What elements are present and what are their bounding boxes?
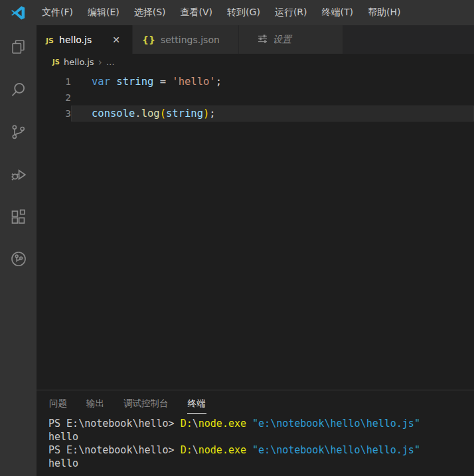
bottom-panel: 问题输出调试控制台终端 PS E:\notebook\hello> D:\nod… xyxy=(37,390,474,476)
code-token: = xyxy=(153,76,172,88)
breadcrumb-separator-icon: › xyxy=(98,56,102,68)
terminal-token: "e:\notebook\hello\hello.js" xyxy=(252,418,420,430)
activity-source-control[interactable] xyxy=(0,110,37,153)
terminal-token: node.exe xyxy=(198,418,246,430)
code-token: console xyxy=(92,108,135,119)
menu-item-terminal[interactable]: 终端(T) xyxy=(315,3,360,23)
line-number: 3 xyxy=(37,106,71,121)
menu-item-file[interactable]: 文件(F) xyxy=(35,3,80,23)
extensions-icon xyxy=(9,208,27,226)
code-token: ; xyxy=(209,108,215,119)
run-debug-icon xyxy=(9,165,28,183)
code-token: ) xyxy=(203,108,209,119)
tab-hello-js[interactable]: JShello.js✕ xyxy=(37,25,133,54)
terminal-token: hello xyxy=(48,457,78,469)
line-code[interactable]: var string = 'hello'; xyxy=(71,74,474,90)
json-braces-icon: {} xyxy=(142,35,155,45)
tab-settings-ui[interactable]: 设置 xyxy=(239,25,343,54)
terminal-token xyxy=(246,418,252,430)
close-icon[interactable]: ✕ xyxy=(110,33,123,46)
tab-icon xyxy=(258,34,268,46)
terminal-token: PS E:\notebook\hello> xyxy=(48,444,181,456)
line-code[interactable] xyxy=(71,90,474,106)
tab-settings-json[interactable]: {}settings.json xyxy=(133,25,239,54)
menu-item-selection[interactable]: 选择(S) xyxy=(127,3,173,23)
breadcrumb-file[interactable]: hello.js xyxy=(64,57,94,67)
code-line: 3console.log(string); xyxy=(37,106,474,121)
tab-label: hello.js xyxy=(59,35,92,45)
tab-bar: JShello.js✕{}settings.json设置 xyxy=(37,25,474,54)
terminal-line: hello xyxy=(48,457,474,470)
editor-group: JShello.js✕{}settings.json设置 JS hello.js… xyxy=(37,25,474,476)
terminal-token: "e:\notebook\hello\hello.js" xyxy=(252,444,420,456)
code-token: ( xyxy=(160,108,166,119)
code-token: ; xyxy=(216,76,222,88)
js-file-icon: JS xyxy=(52,58,60,66)
files-icon xyxy=(9,38,27,56)
terminal-token: node.exe xyxy=(198,444,246,456)
code-token: var xyxy=(92,76,110,88)
terminal-output[interactable]: PS E:\notebook\hello> D:\node.exe "e:\no… xyxy=(37,417,474,476)
terminal-line: hello xyxy=(48,430,474,443)
settings-sliders-icon xyxy=(258,35,268,46)
code-line: 2 xyxy=(37,90,474,106)
tab-label: 设置 xyxy=(273,34,291,46)
panel-tab-output[interactable]: 输出 xyxy=(86,394,105,414)
source-control-icon xyxy=(9,123,27,141)
menu-item-help[interactable]: 帮助(H) xyxy=(360,3,408,23)
menu-item-edit[interactable]: 编辑(E) xyxy=(80,3,127,23)
menu-item-run[interactable]: 运行(R) xyxy=(268,3,315,23)
panel-tab-debug-console[interactable]: 调试控制台 xyxy=(123,394,169,414)
breadcrumb-symbol-more[interactable]: … xyxy=(106,57,115,67)
code-token: string xyxy=(166,108,203,119)
code-token xyxy=(110,76,116,88)
line-number: 2 xyxy=(37,90,71,106)
vscode-logo-icon xyxy=(9,4,27,21)
terminal-token: hello xyxy=(48,431,78,443)
terminal-token: PS E:\notebook\hello> xyxy=(48,418,181,430)
code-token: string xyxy=(116,76,153,88)
activity-run-and-debug[interactable] xyxy=(0,153,37,195)
code-line: 1var string = 'hello'; xyxy=(37,74,474,90)
line-number: 1 xyxy=(37,74,71,90)
panel-tab-problems[interactable]: 问题 xyxy=(48,394,68,414)
activity-bar xyxy=(0,25,37,476)
activity-explorer[interactable] xyxy=(0,25,37,68)
terminal-token: \ xyxy=(193,418,198,430)
main-area: JShello.js✕{}settings.json设置 JS hello.js… xyxy=(0,25,474,476)
terminal-token: D: xyxy=(181,418,193,430)
terminal-line: PS E:\notebook\hello> D:\node.exe "e:\no… xyxy=(48,417,474,430)
js-file-icon: JS xyxy=(46,37,54,45)
search-icon xyxy=(9,80,27,98)
code-token: . xyxy=(135,108,141,119)
code-editor[interactable]: 1var string = 'hello';23console.log(stri… xyxy=(37,70,474,390)
circle-branch-icon xyxy=(9,250,28,268)
panel-tab-terminal[interactable]: 终端 xyxy=(187,394,206,414)
menu-item-go[interactable]: 转到(G) xyxy=(220,3,268,23)
terminal-line: PS E:\notebook\hello> D:\node.exe "e:\no… xyxy=(48,443,474,457)
code-token: log xyxy=(141,108,160,119)
terminal-token xyxy=(246,444,252,456)
terminal-token: D: xyxy=(181,444,193,456)
menu-item-view[interactable]: 查看(V) xyxy=(173,3,220,23)
activity-remote-graph[interactable] xyxy=(0,238,37,280)
line-code[interactable]: console.log(string); xyxy=(71,106,474,121)
panel-tab-bar: 问题输出调试控制台终端 xyxy=(37,390,474,417)
breadcrumb: JS hello.js › … xyxy=(37,54,474,70)
activity-extensions[interactable] xyxy=(0,195,37,238)
code-token: 'hello' xyxy=(172,76,215,88)
tab-icon: JS xyxy=(46,35,54,45)
tab-icon: {} xyxy=(142,35,155,45)
activity-search[interactable] xyxy=(0,68,37,110)
tab-label: settings.json xyxy=(161,35,220,45)
terminal-token: \ xyxy=(193,444,198,456)
title-bar: 文件(F)编辑(E)选择(S)查看(V)转到(G)运行(R)终端(T)帮助(H) xyxy=(0,0,474,25)
